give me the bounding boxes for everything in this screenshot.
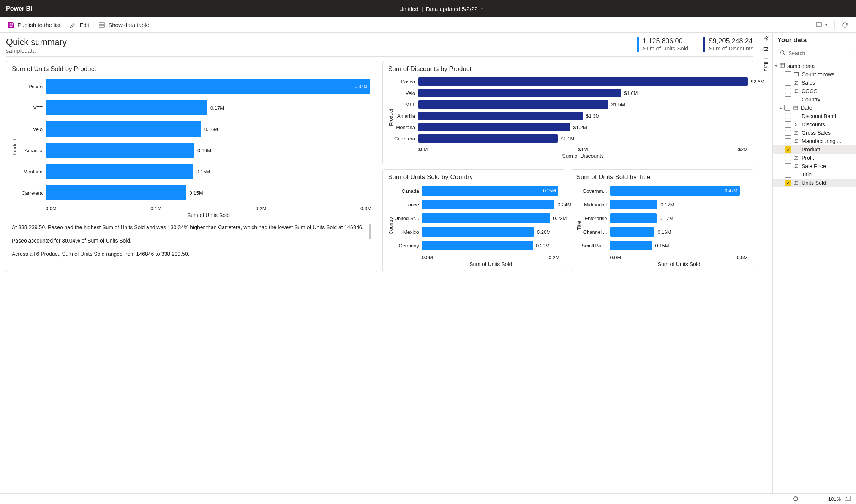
field-type-icon bbox=[793, 180, 799, 186]
field-checkbox[interactable] bbox=[785, 96, 791, 102]
chart-card-units-by-country[interactable]: Sum of Units Sold by CountryCountryCanad… bbox=[382, 169, 565, 272]
field-checkbox[interactable]: ✓ bbox=[785, 180, 791, 186]
field-type-icon bbox=[793, 130, 799, 135]
field-sales[interactable]: Sales bbox=[773, 79, 856, 87]
show-data-button[interactable]: Show data table bbox=[95, 20, 153, 30]
chart-bar[interactable] bbox=[418, 77, 748, 86]
chart-bar[interactable] bbox=[418, 100, 608, 109]
chart-bar[interactable] bbox=[418, 112, 583, 120]
data-updated-text: Data updated 5/2/22 bbox=[426, 6, 478, 12]
chart-bar[interactable] bbox=[418, 123, 570, 131]
publish-button[interactable]: Publish to the list bbox=[4, 20, 64, 30]
category-label: France bbox=[393, 202, 422, 208]
field-gross-sales[interactable]: Gross Sales bbox=[773, 129, 856, 137]
tree-table-header[interactable]: ▾ sampledata bbox=[773, 61, 856, 70]
field-discount-band[interactable]: Discount Band bbox=[773, 112, 856, 120]
zoom-slider[interactable]: − + bbox=[767, 496, 824, 502]
svg-rect-2 bbox=[99, 23, 104, 27]
zoom-plus-button[interactable]: + bbox=[821, 496, 824, 502]
chart-bar[interactable] bbox=[610, 241, 652, 250]
field-checkbox[interactable]: ✓ bbox=[785, 146, 791, 153]
chart-bar[interactable] bbox=[418, 134, 558, 143]
data-label: 0.20M bbox=[534, 229, 551, 235]
chart-bar[interactable] bbox=[422, 227, 534, 237]
field-title[interactable]: Title bbox=[773, 170, 856, 179]
category-label: Paseo bbox=[17, 84, 46, 90]
scrollbar-thumb[interactable] bbox=[369, 224, 371, 239]
fit-to-page-button[interactable] bbox=[845, 496, 851, 502]
filters-rail-label[interactable]: Filters bbox=[763, 58, 769, 71]
field-checkbox[interactable] bbox=[785, 88, 791, 94]
field-checkbox[interactable] bbox=[785, 130, 791, 136]
chart-bar[interactable]: 0.25M bbox=[422, 186, 558, 196]
field-manufacturing[interactable]: Manufacturing ... bbox=[773, 137, 856, 145]
chart-bar[interactable] bbox=[46, 164, 193, 179]
category-label: Channel ... bbox=[582, 229, 610, 235]
field-checkbox[interactable] bbox=[785, 121, 791, 128]
chart-bar[interactable] bbox=[46, 100, 207, 115]
category-label: Canada bbox=[393, 188, 422, 194]
bookmark-icon[interactable] bbox=[763, 47, 769, 52]
chart-bar[interactable] bbox=[46, 121, 201, 137]
category-label: Velo bbox=[17, 126, 46, 132]
document-title[interactable]: Untitled | Data updated 5/2/22 ▾ bbox=[399, 6, 483, 12]
chart-bar[interactable] bbox=[610, 227, 655, 237]
chevron-down-icon[interactable]: ▾ bbox=[481, 6, 483, 11]
field-discounts[interactable]: Discounts bbox=[773, 120, 856, 129]
chart-bar[interactable] bbox=[418, 89, 621, 97]
chart-bar[interactable]: 0.47M bbox=[610, 186, 740, 196]
table-icon bbox=[780, 63, 785, 69]
field-sale-price[interactable]: Sale Price bbox=[773, 162, 856, 170]
chart-bar[interactable] bbox=[46, 185, 186, 200]
field-units-sold[interactable]: ✓Units Sold bbox=[773, 179, 856, 187]
chart-card-units-by-product[interactable]: Sum of Units Sold by ProductProductPaseo… bbox=[6, 61, 377, 272]
field-checkbox[interactable] bbox=[785, 172, 791, 178]
chart-bar[interactable]: 0.34M bbox=[46, 79, 370, 94]
edit-label: Edit bbox=[79, 22, 89, 28]
side-rail: Filters bbox=[760, 33, 772, 493]
chart-card-units-by-title[interactable]: Sum of Units Sold by TitleTitleGovernm..… bbox=[571, 169, 754, 272]
kpi-area: 1,125,806.00 Sum of Units Sold $9,205,24… bbox=[637, 37, 753, 52]
field-product[interactable]: ✓Product bbox=[773, 145, 856, 154]
field-checkbox[interactable] bbox=[784, 105, 790, 111]
field-cogs[interactable]: COGS bbox=[773, 87, 856, 95]
field-label: COGS bbox=[802, 88, 853, 94]
refresh-button[interactable] bbox=[838, 20, 852, 30]
chevron-down-icon: ▾ bbox=[775, 63, 777, 68]
slider-track[interactable] bbox=[773, 499, 818, 499]
search-input[interactable] bbox=[788, 50, 856, 57]
search-field[interactable] bbox=[777, 48, 852, 58]
field-checkbox[interactable] bbox=[785, 80, 791, 86]
field-label: Country bbox=[802, 96, 853, 102]
slider-thumb[interactable] bbox=[793, 496, 798, 501]
chart-bar[interactable] bbox=[422, 241, 533, 250]
chart-bar[interactable] bbox=[422, 213, 550, 223]
field-country[interactable]: Country bbox=[773, 95, 856, 104]
field-checkbox[interactable] bbox=[785, 155, 791, 161]
view-mode-button[interactable]: ▾ bbox=[812, 20, 831, 30]
collapse-icon[interactable] bbox=[764, 36, 769, 42]
field-checkbox[interactable] bbox=[785, 113, 791, 119]
field-checkbox[interactable] bbox=[785, 163, 791, 169]
field-profit[interactable]: Profit bbox=[773, 154, 856, 162]
chart-grid: Sum of Units Sold by ProductProductPaseo… bbox=[6, 61, 753, 272]
category-label: United St... bbox=[393, 216, 422, 221]
field-label: Discount Band bbox=[802, 113, 853, 119]
edit-button[interactable]: Edit bbox=[66, 20, 93, 30]
category-label: Amarilla bbox=[393, 113, 418, 119]
chart-row: Midmarket0.17M bbox=[582, 198, 748, 211]
field-date[interactable]: ▸Date bbox=[773, 104, 856, 112]
chart-bar[interactable] bbox=[610, 213, 657, 223]
chart-card-discounts-by-product[interactable]: Sum of Discounts by ProductProductPaseo$… bbox=[382, 61, 753, 164]
chevron-right-icon[interactable]: ▸ bbox=[780, 106, 782, 110]
chart-title: Sum of Discounts by Product bbox=[388, 65, 748, 73]
chart-bar[interactable] bbox=[610, 200, 658, 209]
zoom-minus-button[interactable]: − bbox=[767, 496, 770, 502]
field-count-of-rows[interactable]: Count of rows bbox=[773, 70, 856, 79]
data-label: $1.5M bbox=[608, 102, 625, 107]
chart-bar[interactable] bbox=[46, 143, 194, 158]
axis-tick: $0M bbox=[418, 146, 428, 152]
field-checkbox[interactable] bbox=[785, 71, 791, 77]
field-checkbox[interactable] bbox=[785, 138, 791, 144]
chart-bar[interactable] bbox=[422, 200, 554, 209]
